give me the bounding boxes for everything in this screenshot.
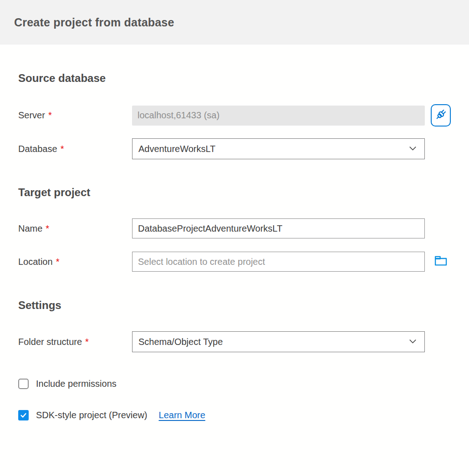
checkmark-icon [20, 411, 27, 419]
name-row: Name* [18, 218, 451, 238]
project-name-input[interactable] [132, 218, 425, 238]
plug-icon [433, 107, 448, 123]
include-permissions-checkbox[interactable] [18, 379, 29, 389]
dialog-body: Source database Server* Database* [0, 71, 469, 420]
location-label: Location* [18, 257, 132, 267]
folder-icon [433, 253, 449, 270]
chevron-down-icon [408, 336, 418, 348]
learn-more-link[interactable]: Learn More [159, 410, 205, 420]
database-row: Database* AdventureWorksLT [18, 138, 451, 159]
section-title-target-project: Target project [18, 185, 451, 200]
include-permissions-label: Include permissions [36, 379, 117, 389]
include-permissions-row: Include permissions [18, 379, 451, 389]
required-asterisk: * [56, 257, 60, 267]
folder-structure-label: Folder structure* [18, 337, 132, 347]
location-input[interactable] [132, 252, 425, 272]
required-asterisk: * [85, 337, 89, 347]
database-selected-value: AdventureWorksLT [138, 144, 215, 154]
server-input [132, 106, 425, 126]
required-asterisk: * [61, 144, 64, 154]
chevron-down-icon [408, 143, 418, 155]
section-title-settings: Settings [18, 298, 451, 313]
dialog-header: Create project from database [0, 0, 469, 45]
folder-structure-row: Folder structure* Schema/Object Type [18, 331, 451, 352]
sdk-style-label: SDK-style project (Preview) [36, 410, 148, 420]
browse-folder-button[interactable] [432, 253, 450, 271]
name-label: Name* [18, 223, 132, 234]
required-asterisk: * [46, 223, 49, 233]
database-label: Database* [18, 144, 132, 154]
section-title-source-database: Source database [18, 71, 451, 86]
server-row: Server* [18, 104, 451, 127]
required-asterisk: * [48, 110, 52, 120]
change-connection-button[interactable] [431, 104, 451, 127]
location-row: Location* [18, 252, 451, 272]
sdk-style-checkbox[interactable] [18, 410, 29, 420]
server-label: Server* [18, 110, 132, 121]
folder-structure-select[interactable]: Schema/Object Type [132, 331, 425, 352]
database-select[interactable]: AdventureWorksLT [132, 138, 425, 159]
page-title: Create project from database [14, 16, 174, 29]
sdk-style-row: SDK-style project (Preview) Learn More [18, 410, 451, 420]
folder-structure-selected-value: Schema/Object Type [138, 337, 223, 347]
